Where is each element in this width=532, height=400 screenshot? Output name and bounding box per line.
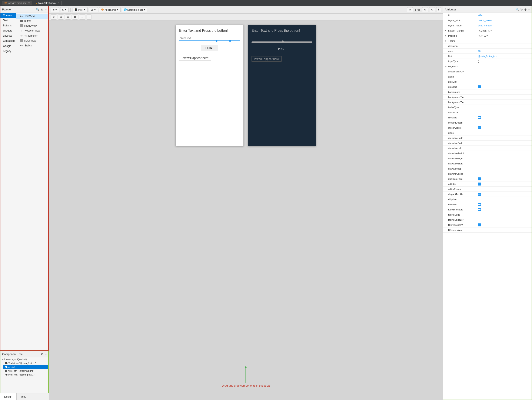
tree-item-linearlayout[interactable]: ≡ LinearLayout(vertical) <box>0 357 48 361</box>
layout-btn[interactable]: ⊞ ▼ <box>51 7 59 12</box>
filtertouches-checkbox[interactable] <box>478 223 481 226</box>
attr-row-theme[interactable]: ▶ Theme <box>443 38 532 44</box>
palette-search-icon[interactable]: 🔍 <box>36 8 40 11</box>
tree-item-write-btn[interactable]: write_btn- "@string/print" <box>3 369 48 373</box>
attr-row-elevation[interactable]: elevation <box>443 44 532 49</box>
fit-btn[interactable]: ⊙ <box>429 7 435 12</box>
attr-row-id[interactable]: id etText <box>443 13 532 18</box>
attributes-search-icon[interactable]: 🔍 <box>515 8 519 11</box>
attributes-settings-icon[interactable]: ⚙ <box>524 8 527 11</box>
palette-item-recyclerview[interactable]: ≡ RecyclerView <box>16 28 48 33</box>
design-tab[interactable]: Design <box>0 394 17 400</box>
palette-settings-icon[interactable]: ⚙ <box>41 8 44 11</box>
attr-row-ems[interactable]: ems 10 <box>443 49 532 54</box>
autotext-checkbox[interactable] <box>478 85 481 88</box>
move-v-btn[interactable]: ↕ <box>87 14 92 19</box>
attr-row-layout-margin[interactable]: ▶ Layout_Margin [?, 20dp, ?, ?] <box>443 28 532 33</box>
palette-item-switch[interactable]: •○ Switch <box>16 43 48 48</box>
category-google[interactable]: Google <box>0 44 16 49</box>
attr-row-digits[interactable]: digits <box>443 130 532 135</box>
attr-row-editorextras[interactable]: editorExtras <box>443 187 532 192</box>
cursorvisible-checkbox[interactable] <box>478 126 481 129</box>
palette-item-scrollview[interactable]: ScrollView <box>16 38 48 43</box>
attr-row-autotext[interactable]: autoText <box>443 84 532 90</box>
zoom-out-btn[interactable]: ⊖ <box>407 7 413 12</box>
component-tree-settings-icon[interactable]: ⚙ <box>41 353 44 356</box>
theme-btn[interactable]: 🎨 AppTheme ▼ <box>99 7 121 12</box>
component-tree-minimize-icon[interactable]: − <box>45 353 47 356</box>
attr-row-fadingedgelength[interactable]: fadingEdgeLer <box>443 217 532 222</box>
attr-row-fitsystemwin[interactable]: fitSystemWin <box>443 227 532 232</box>
attr-row-drawablestart[interactable]: drawableStart <box>443 161 532 166</box>
attr-row-drawableleft[interactable]: drawableLeft <box>443 146 532 151</box>
attr-row-ellipsize[interactable]: ellipsize <box>443 197 532 202</box>
attributes-minimize-icon[interactable]: − <box>528 8 530 11</box>
attr-row-drawingcache[interactable]: drawingCache <box>443 171 532 176</box>
attr-row-drawablepadding[interactable]: drawablePaddi <box>443 151 532 156</box>
grid-btn[interactable]: ⊞ <box>58 14 64 19</box>
fadescrollbars-checkbox[interactable] <box>478 208 481 211</box>
attr-row-duplicateparent[interactable]: duplicateParer <box>443 176 532 181</box>
attr-row-fadescrollbars[interactable]: fadeScrollbars <box>443 207 532 212</box>
java-tab-close[interactable]: ✕ <box>57 2 59 4</box>
category-common[interactable]: Common <box>0 13 16 18</box>
palette-item-button[interactable]: Button <box>16 19 48 23</box>
palette-minimize-icon[interactable]: − <box>45 8 47 11</box>
light-edittext[interactable] <box>179 36 240 41</box>
attr-row-backgroundtint1[interactable]: backgroundTin <box>443 95 532 100</box>
attr-row-buffertype[interactable]: bufferType <box>443 105 532 110</box>
category-layouts[interactable]: Layouts <box>0 33 16 38</box>
attr-row-backgroundtint2[interactable]: backgroundTin <box>443 100 532 105</box>
eye-btn[interactable]: 👁 <box>51 14 57 19</box>
attr-row-contentdesc[interactable]: contentDescri <box>443 120 532 125</box>
attr-row-accessibility[interactable]: accessibilityLiv <box>443 69 532 74</box>
light-print-button[interactable]: PRINT <box>201 45 218 51</box>
locale-btn[interactable]: 🌐 Default (en-us) ▼ <box>122 7 147 12</box>
text-tab[interactable]: Text <box>17 394 30 400</box>
palette-item-imageview[interactable]: ImageView <box>16 23 48 28</box>
attr-row-background[interactable]: background <box>443 90 532 95</box>
attr-row-enabled[interactable]: enabled <box>443 202 532 207</box>
move-h-btn[interactable]: ↔ <box>79 14 85 19</box>
attributes-refresh-icon[interactable]: ↻ <box>520 8 523 11</box>
grid2-btn[interactable]: ⊟ <box>65 14 71 19</box>
attr-row-capitalize[interactable]: capitalize <box>443 110 532 115</box>
xml-tab-close[interactable]: ✕ <box>28 2 30 4</box>
java-tab[interactable]: J MainActivity.java ✕ <box>34 1 62 5</box>
duplicateparent-checkbox[interactable] <box>478 177 481 181</box>
info-btn[interactable]: ℹ <box>436 7 441 12</box>
attr-row-editable[interactable]: editable <box>443 181 532 187</box>
device-btn[interactable]: 📱 Pixel ▼ <box>73 7 88 12</box>
tree-item-textview[interactable]: Ab TextView- "@string/ente..." <box>3 361 48 365</box>
screenshot-btn[interactable]: ⊠ <box>72 14 78 19</box>
api-btn[interactable]: 28 ▼ <box>89 7 98 12</box>
attr-row-padding[interactable]: ▶ Padding [?, ?, ?, ?] <box>443 33 532 38</box>
light-edittext-wrapper[interactable] <box>179 36 240 41</box>
attr-row-hint[interactable]: hint @string/enter_text <box>443 54 532 59</box>
category-text[interactable]: Text <box>0 18 16 23</box>
tree-item-ettext[interactable]: Ab etText <box>3 365 48 369</box>
attr-row-drawableend[interactable]: drawableEnd <box>443 141 532 146</box>
dark-print-button[interactable]: PRINT <box>274 46 290 52</box>
attr-row-layout-height[interactable]: layout_height wrap_content <box>443 23 532 28</box>
attr-row-drawabletop[interactable]: drawableTop <box>443 166 532 171</box>
attr-row-fadingedge[interactable]: fadingEdge [] <box>443 212 532 217</box>
attr-row-filtertouches[interactable]: filterTouchesV <box>443 222 532 227</box>
palette-item-textview[interactable]: Ab TextView <box>16 14 48 19</box>
attr-row-drawablebottom[interactable]: drawableBottc <box>443 135 532 141</box>
tree-item-printtext[interactable]: Ab PrintText- "@string/text..." <box>3 373 48 377</box>
category-legacy[interactable]: Legacy <box>0 49 16 54</box>
editable-checkbox[interactable] <box>478 182 481 186</box>
palette-item-fragment[interactable]: <> <fragment> <box>16 33 48 38</box>
xml-tab[interactable]: xml activity_main.xml ✕ <box>2 1 32 5</box>
attr-row-alpha[interactable]: alpha <box>443 74 532 79</box>
category-buttons[interactable]: Buttons <box>0 23 16 28</box>
attr-row-targetapi[interactable]: ✏ targetApi o <box>443 64 532 69</box>
attr-row-cursorvisible[interactable]: cursorVisible <box>443 125 532 130</box>
attr-row-inputtype[interactable]: inputType [] <box>443 59 532 64</box>
category-containers[interactable]: Containers <box>0 38 16 44</box>
zoom-in-btn[interactable]: ⊕ <box>422 7 428 12</box>
attr-row-clickable[interactable]: clickable <box>443 115 532 120</box>
category-widgets[interactable]: Widgets <box>0 28 16 33</box>
attr-row-eleganttextheight[interactable]: elegantTextHe <box>443 192 532 197</box>
